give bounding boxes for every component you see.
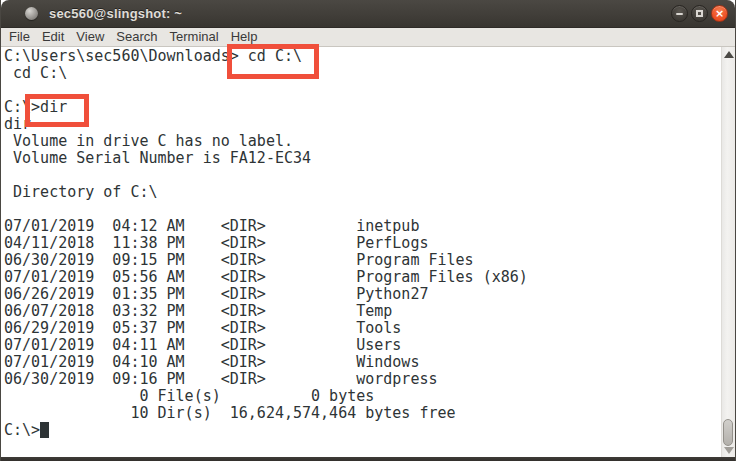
menubar: File Edit View Search Terminal Help bbox=[1, 28, 735, 47]
close-icon: × bbox=[715, 8, 724, 19]
window-bottom-edge bbox=[1, 457, 735, 461]
menu-file[interactable]: File bbox=[3, 28, 36, 46]
terminal-window: sec560@slingshot: ~ × File Edit View Sea… bbox=[0, 0, 736, 461]
terminal-viewport[interactable]: C:\Users\sec560\Downloads> cd C:\ cd C:\… bbox=[1, 47, 735, 457]
minimize-icon bbox=[676, 13, 683, 15]
text-cursor bbox=[40, 422, 49, 438]
maximize-icon bbox=[696, 10, 703, 17]
scroll-down-arrow-icon[interactable] bbox=[724, 447, 734, 454]
menu-help[interactable]: Help bbox=[225, 28, 264, 46]
scroll-up-arrow-icon[interactable] bbox=[724, 51, 734, 58]
menu-view[interactable]: View bbox=[70, 28, 110, 46]
prompt-line: C:\> bbox=[1, 422, 735, 439]
window-title: sec560@slingshot: ~ bbox=[49, 6, 182, 21]
close-button[interactable]: × bbox=[711, 5, 728, 22]
minimize-button[interactable] bbox=[671, 5, 688, 22]
terminal-output: C:\Users\sec560\Downloads> cd C:\ cd C:\… bbox=[1, 47, 735, 422]
scrollbar-thumb[interactable] bbox=[723, 419, 733, 446]
titlebar[interactable]: sec560@slingshot: ~ × bbox=[1, 0, 735, 28]
menu-terminal[interactable]: Terminal bbox=[164, 28, 225, 46]
menu-search[interactable]: Search bbox=[110, 28, 163, 46]
maximize-button[interactable] bbox=[691, 5, 708, 22]
scrollbar[interactable] bbox=[721, 47, 735, 457]
terminal-app-icon bbox=[25, 7, 38, 20]
window-controls: × bbox=[671, 5, 728, 22]
menu-edit[interactable]: Edit bbox=[36, 28, 70, 46]
prompt-text: C:\> bbox=[4, 421, 40, 439]
